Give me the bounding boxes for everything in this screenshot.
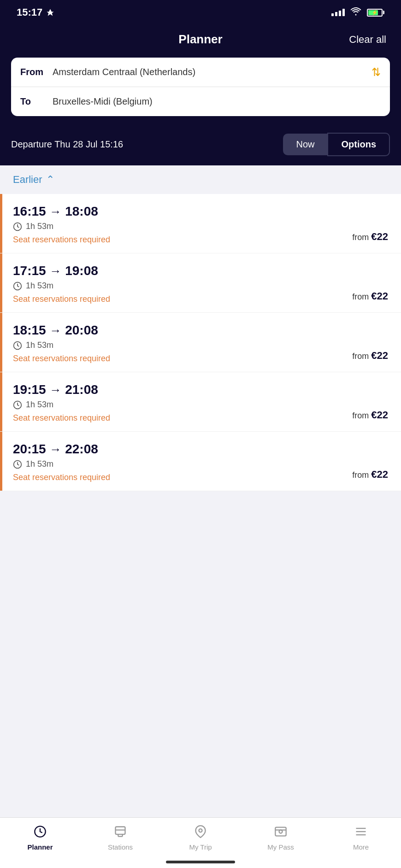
from-label: From xyxy=(20,67,53,77)
mytrip-nav-label: My Trip xyxy=(189,843,212,851)
from-value: Amsterdam Centraal (Netherlands) xyxy=(53,67,381,77)
trip-item[interactable]: 18:15 → 20:08 1h 53m Seat reservations r… xyxy=(0,313,401,372)
trip-times: 19:15 → 21:08 xyxy=(13,382,388,397)
trip-times: 16:15 → 18:08 xyxy=(13,204,388,219)
more-nav-label: More xyxy=(353,843,369,851)
trip-price: from €22 xyxy=(352,409,388,421)
trip-duration: 1h 53m xyxy=(13,281,388,291)
earlier-button[interactable]: Earlier ⌃ xyxy=(13,174,54,186)
trip-reservation: Seat reservations required xyxy=(13,413,388,423)
trip-item[interactable]: 17:15 → 19:08 1h 53m Seat reservations r… xyxy=(0,253,401,313)
nav-item-mypass[interactable]: My Pass xyxy=(241,823,321,851)
trip-duration: 1h 53m xyxy=(13,340,388,350)
stations-nav-label: Stations xyxy=(108,843,133,851)
status-icons: ⚡ xyxy=(331,7,384,18)
to-label: To xyxy=(20,96,53,107)
swap-button[interactable]: ⇅ xyxy=(372,66,381,79)
planner-nav-label: Planner xyxy=(27,843,53,851)
home-indicator xyxy=(166,861,235,863)
stations-nav-icon xyxy=(114,825,127,841)
trip-price: from €22 xyxy=(352,231,388,243)
trip-duration: 1h 53m xyxy=(13,222,388,231)
departure-text: Departure Thu 28 Jul 15:16 xyxy=(11,139,283,150)
trip-price: from €22 xyxy=(352,469,388,481)
clear-all-button[interactable]: Clear all xyxy=(349,34,386,46)
mypass-nav-label: My Pass xyxy=(267,843,294,851)
trip-reservation: Seat reservations required xyxy=(13,354,388,364)
from-row[interactable]: From Amsterdam Centraal (Netherlands) ⇅ xyxy=(11,58,390,87)
trip-times: 18:15 → 20:08 xyxy=(13,323,388,338)
trip-item[interactable]: 19:15 → 21:08 1h 53m Seat reservations r… xyxy=(0,372,401,432)
nav-item-mytrip[interactable]: My Trip xyxy=(160,823,241,851)
trip-reservation: Seat reservations required xyxy=(13,473,388,482)
trip-item[interactable]: 20:15 → 22:08 1h 53m Seat reservations r… xyxy=(0,432,401,491)
page-title: Planner xyxy=(178,32,222,47)
status-bar: 15:17 ⚡ xyxy=(0,0,401,25)
trip-times: 17:15 → 19:08 xyxy=(13,264,388,278)
trip-price: from €22 xyxy=(352,350,388,362)
nav-item-more[interactable]: More xyxy=(321,823,401,851)
location-icon xyxy=(46,8,54,17)
trips-container: 16:15 → 18:08 1h 53m Seat reservations r… xyxy=(0,194,401,491)
trip-duration: 1h 53m xyxy=(13,459,388,469)
trip-reservation: Seat reservations required xyxy=(13,235,388,245)
planner-nav-icon xyxy=(34,825,47,841)
route-box: From Amsterdam Centraal (Netherlands) ⇅ … xyxy=(11,58,390,116)
nav-item-stations[interactable]: Stations xyxy=(80,823,160,851)
departure-row: Departure Thu 28 Jul 15:16 Now Options xyxy=(0,127,401,165)
to-row[interactable]: To Bruxelles-Midi (Belgium) xyxy=(11,87,390,116)
svg-rect-6 xyxy=(116,827,125,834)
more-nav-icon xyxy=(354,825,367,841)
route-container: From Amsterdam Centraal (Netherlands) ⇅ … xyxy=(0,58,401,127)
svg-rect-12 xyxy=(275,827,286,836)
chevron-up-icon: ⌃ xyxy=(46,174,54,186)
wifi-icon xyxy=(350,7,361,18)
earlier-label: Earlier xyxy=(13,174,42,186)
battery-icon: ⚡ xyxy=(367,9,384,17)
nav-item-planner[interactable]: Planner xyxy=(0,823,80,851)
trip-duration: 1h 53m xyxy=(13,400,388,410)
mytrip-nav-icon xyxy=(194,825,207,841)
options-button[interactable]: Options xyxy=(327,133,390,156)
mypass-nav-icon xyxy=(274,825,287,841)
header: Planner Clear all xyxy=(0,25,401,58)
now-button[interactable]: Now xyxy=(283,134,327,155)
status-time: 15:17 xyxy=(17,6,42,18)
svg-point-11 xyxy=(199,829,202,832)
signal-icon xyxy=(331,9,345,16)
trip-price: from €22 xyxy=(352,290,388,302)
status-time-container: 15:17 xyxy=(17,6,54,18)
trip-item[interactable]: 16:15 → 18:08 1h 53m Seat reservations r… xyxy=(0,194,401,253)
trip-reservation: Seat reservations required xyxy=(13,294,388,304)
earlier-row: Earlier ⌃ xyxy=(0,165,401,194)
trip-times: 20:15 → 22:08 xyxy=(13,442,388,457)
to-value: Bruxelles-Midi (Belgium) xyxy=(53,96,381,107)
